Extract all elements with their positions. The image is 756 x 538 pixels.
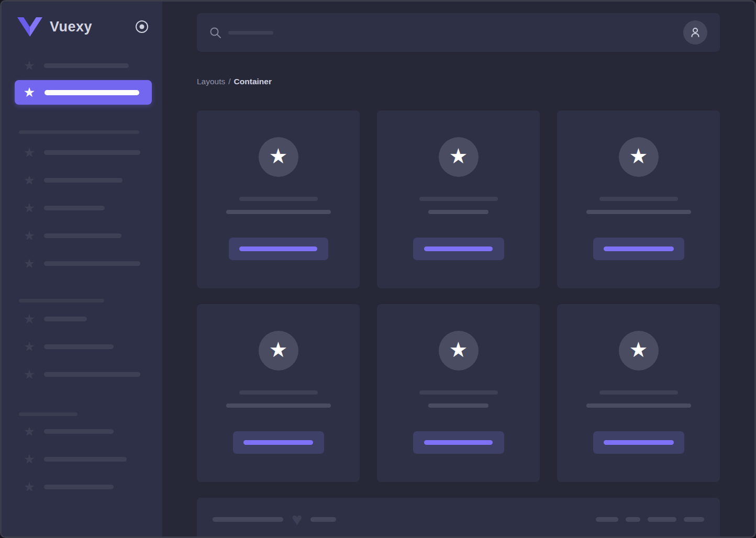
sidebar-item[interactable]: ★ xyxy=(2,333,162,361)
card-title-skeleton-bar xyxy=(239,390,318,395)
card-title-skeleton-bar xyxy=(599,390,678,395)
card-button[interactable] xyxy=(593,238,684,260)
card-subtitle-skeleton-bar xyxy=(226,404,331,408)
star-icon: ★ xyxy=(23,312,36,326)
menu-pin-toggle[interactable] xyxy=(135,20,149,33)
star-icon: ★ xyxy=(269,145,288,166)
sidebar-section-divider xyxy=(19,412,77,416)
sidebar-item-active[interactable]: ★ xyxy=(15,80,152,105)
star-icon: ★ xyxy=(23,257,36,270)
card-button[interactable] xyxy=(413,431,504,454)
sidebar-nav: ★★★★★★★★★★★★★ xyxy=(2,52,162,501)
star-icon: ★ xyxy=(269,339,288,360)
button-label-skeleton-bar xyxy=(243,440,313,445)
radio-circle-icon xyxy=(135,20,149,33)
star-icon: ★ xyxy=(23,229,36,242)
sidebar-section-divider xyxy=(19,299,104,302)
card-subtitle-skeleton-bar xyxy=(586,210,691,214)
breadcrumb: Layouts/Container xyxy=(197,77,720,86)
brand-name: Vuexy xyxy=(50,19,92,35)
sidebar-item[interactable]: ★ xyxy=(2,473,162,501)
vuexy-logo-icon xyxy=(17,17,42,37)
sidebar-item[interactable]: ★ xyxy=(2,305,162,333)
button-label-skeleton-bar xyxy=(424,440,493,445)
card-avatar: ★ xyxy=(439,331,479,371)
skeleton-bar xyxy=(44,206,105,210)
search-placeholder-bar xyxy=(228,31,273,35)
card-avatar: ★ xyxy=(259,137,298,177)
footer-link-skeleton-bar xyxy=(648,517,676,522)
star-icon: ★ xyxy=(23,340,36,353)
star-icon: ★ xyxy=(23,201,36,215)
card-avatar: ★ xyxy=(439,137,479,177)
skeleton-bar xyxy=(44,429,114,434)
breadcrumb-current: Container xyxy=(234,77,272,86)
button-label-skeleton-bar xyxy=(604,440,674,445)
footer-link-skeleton-bar xyxy=(684,517,704,522)
card-avatar: ★ xyxy=(259,331,298,371)
person-icon xyxy=(689,26,702,39)
skeleton-bar xyxy=(44,178,123,183)
app-window: Vuexy ★★★★★★★★★★★★★ xyxy=(0,0,756,538)
skeleton-bar xyxy=(44,233,121,238)
card-subtitle-skeleton-bar xyxy=(428,210,488,214)
footer-link-skeleton-bar xyxy=(626,517,640,522)
sidebar-item[interactable]: ★ xyxy=(2,222,162,250)
skeleton-bar xyxy=(44,150,140,155)
card-button[interactable] xyxy=(229,238,328,260)
placeholder-card: ★ xyxy=(377,304,540,482)
footer-link-skeleton-bar xyxy=(596,517,618,522)
skeleton-bar xyxy=(44,457,127,462)
skeleton-bar xyxy=(45,90,139,95)
button-label-skeleton-bar xyxy=(239,246,317,251)
star-icon: ★ xyxy=(23,174,36,187)
breadcrumb-link[interactable]: Layouts xyxy=(197,77,225,86)
heart-icon: ♥ xyxy=(292,512,302,526)
card-subtitle-skeleton-bar xyxy=(586,404,691,408)
card-button[interactable] xyxy=(413,238,504,260)
main-content: Layouts/Container ★★★★★★ ♥ xyxy=(162,2,754,536)
skeleton-bar xyxy=(44,485,114,489)
star-icon: ★ xyxy=(23,146,36,159)
star-icon: ★ xyxy=(449,145,468,166)
search-bar[interactable] xyxy=(197,13,720,52)
footer-left: ♥ xyxy=(213,512,336,526)
card-subtitle-skeleton-bar xyxy=(428,404,488,408)
star-icon: ★ xyxy=(629,339,648,360)
skeleton-bar xyxy=(44,317,87,321)
sidebar-section-divider xyxy=(19,130,139,134)
star-icon: ★ xyxy=(23,59,36,72)
sidebar-header: Vuexy xyxy=(2,2,162,52)
sidebar-item[interactable]: ★ xyxy=(2,445,162,473)
placeholder-card: ★ xyxy=(557,110,720,288)
placeholder-card: ★ xyxy=(377,110,540,288)
sidebar-item[interactable]: ★ xyxy=(2,166,162,194)
card-title-skeleton-bar xyxy=(419,197,498,201)
sidebar-item[interactable]: ★ xyxy=(2,361,162,388)
card-subtitle-skeleton-bar xyxy=(226,210,331,214)
sidebar-item[interactable]: ★ xyxy=(2,139,162,166)
skeleton-bar xyxy=(44,372,140,377)
star-icon: ★ xyxy=(629,145,648,166)
footer-skeleton-bar xyxy=(310,517,336,522)
sidebar-item[interactable]: ★ xyxy=(2,52,162,80)
user-avatar[interactable] xyxy=(683,20,707,44)
button-label-skeleton-bar xyxy=(424,246,493,251)
card-button[interactable] xyxy=(233,431,324,454)
footer-skeleton-bar xyxy=(213,517,283,522)
footer-right xyxy=(596,512,704,526)
sidebar-item[interactable]: ★ xyxy=(2,250,162,277)
sidebar-item[interactable]: ★ xyxy=(2,418,162,445)
search-icon xyxy=(209,27,221,39)
placeholder-card: ★ xyxy=(197,304,360,482)
breadcrumb-separator: / xyxy=(228,77,230,86)
star-icon: ★ xyxy=(23,368,36,381)
star-icon: ★ xyxy=(23,480,36,494)
card-grid: ★★★★★★ xyxy=(197,110,720,482)
card-avatar: ★ xyxy=(619,137,659,177)
card-button[interactable] xyxy=(593,431,684,454)
sidebar-item[interactable]: ★ xyxy=(2,194,162,222)
placeholder-card: ★ xyxy=(557,304,720,482)
card-title-skeleton-bar xyxy=(599,197,678,201)
card-title-skeleton-bar xyxy=(239,197,318,201)
